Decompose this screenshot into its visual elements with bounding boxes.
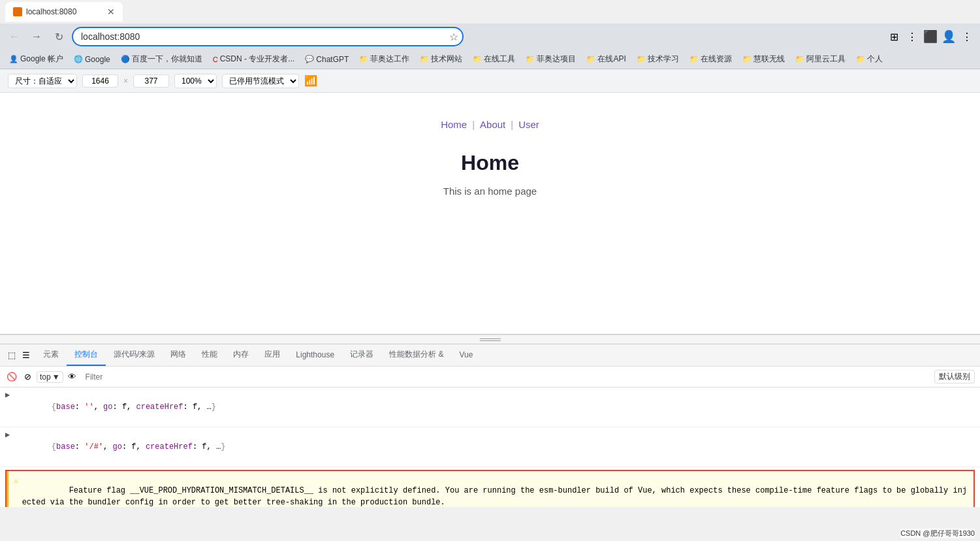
tab-performance[interactable]: 性能	[194, 344, 225, 366]
filter-icon[interactable]: ⊘	[21, 370, 34, 384]
network-icon: 📶	[304, 74, 317, 87]
zoom-select[interactable]: 100%	[174, 74, 217, 88]
nav-about-link[interactable]: About	[480, 119, 505, 130]
console-filter-input[interactable]	[82, 371, 932, 383]
warning-icon: ⚠	[14, 475, 18, 487]
folder-icon: 📁	[473, 55, 482, 63]
tab-perf-insights[interactable]: 性能数据分析 &	[381, 344, 451, 366]
tab-elements[interactable]: 元素	[35, 344, 67, 366]
address-input[interactable]	[72, 27, 464, 46]
bookmark-icon: 🔵	[121, 55, 130, 63]
tab-label: 性能	[202, 349, 217, 360]
bookmark-folder-3[interactable]: 📁 在线工具	[469, 52, 519, 66]
height-input[interactable]	[133, 74, 169, 88]
bookmark-label: 慧联无线	[753, 54, 785, 65]
expand-arrow-icon[interactable]: ▶	[5, 389, 10, 401]
console-text: {base: '/#', go: f, createHref: f, …}	[14, 429, 975, 465]
bookmark-folder-9[interactable]: 📁 阿里云工具	[791, 52, 849, 66]
bookmark-folder-8[interactable]: 📁 慧联无线	[738, 52, 789, 66]
clear-console-icon[interactable]: 🚫	[5, 370, 18, 384]
bookmark-folder-6[interactable]: 📁 技术学习	[633, 52, 683, 66]
tab-label: 性能数据分析 &	[389, 349, 443, 360]
viewport: Home | About | User Home This is an home…	[0, 93, 980, 335]
console-text: {base: '', go: f, createHref: f, …}	[14, 389, 975, 425]
log-level-select[interactable]: 默认级别	[934, 370, 975, 384]
bookmark-baidu[interactable]: 🔵 百度一下，你就知道	[117, 52, 206, 66]
bookmark-icon: 👤	[9, 55, 18, 63]
nav-separator-2: |	[511, 119, 513, 130]
devtools-tabs: ⬚ ☰ 元素 控制台 源代码/来源 网络 性能 内存 应用 Lighthouse…	[0, 344, 980, 367]
tab-label: 源代码/来源	[114, 349, 155, 360]
nav-separator-1: |	[472, 119, 475, 130]
folder-icon: 📁	[526, 55, 535, 63]
tab-application[interactable]: 应用	[257, 344, 288, 366]
devtools-drag-handle[interactable]	[0, 335, 980, 344]
context-selector[interactable]: top ▼	[37, 371, 63, 383]
back-button[interactable]: ←	[5, 27, 24, 46]
bookmark-star-icon[interactable]: ☆	[449, 31, 458, 43]
bookmark-folder-4[interactable]: 📁 菲奥达项目	[522, 52, 580, 66]
size-select[interactable]: 尺寸：自适应	[8, 74, 77, 88]
browser-actions: ⊞ ⋮ ⬛ 👤 ⋮	[886, 29, 975, 44]
bookmark-google[interactable]: 🌐 Google	[70, 54, 114, 65]
width-input[interactable]	[82, 74, 118, 88]
bookmark-folder-10[interactable]: 📁 个人	[852, 52, 887, 66]
watermark: CSDN @肥仔哥哥1930	[900, 529, 975, 538]
page-subtitle: This is an home page	[443, 186, 537, 197]
nav-home-link[interactable]: Home	[441, 119, 467, 130]
devtools-console-toolbar: 🚫 ⊘ top ▼ 👁 默认级别	[0, 367, 980, 387]
bookmark-icon: 💬	[305, 55, 314, 63]
bookmark-label: 菲奥达项目	[537, 54, 576, 65]
cast-icon: ⬛	[923, 29, 938, 44]
tab-vue[interactable]: Vue	[451, 344, 481, 366]
tab-network[interactable]: 网络	[163, 344, 194, 366]
tab-sources[interactable]: 源代码/来源	[106, 344, 163, 366]
bookmark-label: ChatGPT	[316, 55, 349, 64]
page-title: Home	[461, 151, 519, 175]
tab-label: 内存	[233, 349, 249, 360]
bookmark-chatgpt[interactable]: 💬 ChatGPT	[301, 54, 353, 65]
tab-label: Lighthouse	[296, 350, 334, 359]
tab-recorder[interactable]: 记录器	[342, 344, 381, 366]
folder-icon: 📁	[420, 55, 429, 63]
bookmark-folder-7[interactable]: 📁 在线资源	[686, 52, 736, 66]
nav-user-link[interactable]: User	[518, 119, 539, 130]
bookmark-label: 在线API	[597, 54, 625, 65]
devtools-inspect-icon[interactable]: ☰	[20, 349, 33, 362]
browser-tab[interactable]: localhost:8080 ✕	[5, 2, 123, 22]
eye-icon[interactable]: 👁	[66, 370, 79, 384]
console-output: ▶ {base: '', go: f, createHref: f, …} ▶ …	[0, 387, 980, 507]
bookmark-label: 阿里云工具	[806, 54, 846, 65]
expand-arrow-icon[interactable]: ▶	[5, 429, 10, 441]
tab-lighthouse[interactable]: Lighthouse	[288, 344, 342, 366]
bookmark-label: Google 帐户	[20, 54, 63, 65]
tab-label: 网络	[170, 349, 186, 360]
bookmark-folder-1[interactable]: 📁 菲奥达工作	[355, 52, 413, 66]
tab-label: 记录器	[350, 349, 373, 360]
bookmark-label: Google	[85, 55, 110, 64]
tab-console[interactable]: 控制台	[67, 344, 106, 366]
tab-close-button[interactable]: ✕	[107, 7, 115, 17]
devtools-toggle-icon[interactable]: ⬚	[5, 349, 18, 362]
profile-icon[interactable]: 👤	[941, 29, 956, 44]
bookmark-label: 个人	[867, 54, 883, 65]
menu-icon[interactable]: ⋮	[904, 29, 920, 44]
bookmark-folder-2[interactable]: 📁 技术网站	[416, 52, 466, 66]
bookmark-google-account[interactable]: 👤 Google 帐户	[5, 52, 67, 66]
page-nav: Home | About | User	[441, 119, 539, 130]
tab-memory[interactable]: 内存	[225, 344, 257, 366]
extensions-icon[interactable]: ⊞	[886, 29, 902, 44]
bookmark-folder-5[interactable]: 📁 在线API	[582, 52, 629, 66]
console-line: ▶ {base: '/#', go: f, createHref: f, …}	[0, 427, 980, 467]
console-line: ▶ {base: '', go: f, createHref: f, …}	[0, 387, 980, 427]
reload-button[interactable]: ↻	[50, 27, 68, 46]
bookmark-csdn[interactable]: C CSDN - 专业开发者...	[209, 52, 299, 66]
drag-lines	[480, 338, 501, 341]
folder-icon: 📁	[689, 55, 699, 63]
bookmark-label: 菲奥达工作	[370, 54, 409, 65]
settings-icon[interactable]: ⋮	[959, 29, 975, 44]
forward-button[interactable]: →	[27, 27, 46, 46]
drag-line	[480, 340, 501, 341]
responsive-toolbar: 尺寸：自适应 × 100% 已停用节流模式 📶	[0, 69, 980, 93]
throttle-select[interactable]: 已停用节流模式	[222, 74, 299, 88]
